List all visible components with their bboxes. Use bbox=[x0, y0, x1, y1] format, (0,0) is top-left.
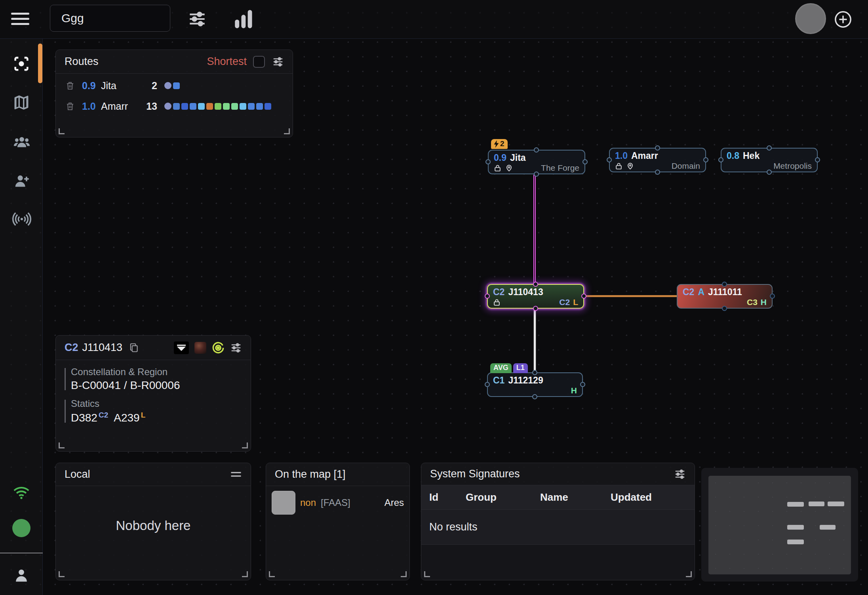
pilot-row[interactable]: non [FAAS] Ares bbox=[266, 486, 409, 515]
node-handle[interactable] bbox=[534, 147, 539, 153]
shortest-toggle-label[interactable]: Shortest bbox=[207, 55, 247, 68]
broadcast-icon[interactable] bbox=[12, 210, 30, 228]
copy-icon[interactable] bbox=[129, 342, 139, 353]
system-name: J110413 bbox=[82, 341, 123, 354]
column-name[interactable]: Name bbox=[540, 491, 611, 503]
connection-j110413-j112129[interactable] bbox=[534, 309, 536, 372]
node-handle[interactable] bbox=[655, 170, 660, 175]
routes-settings-icon[interactable] bbox=[272, 56, 284, 68]
statics-section: Statics D382C2A239L bbox=[65, 398, 251, 424]
node-handle[interactable] bbox=[485, 159, 491, 164]
column-group[interactable]: Group bbox=[466, 491, 540, 503]
system-settings-icon[interactable] bbox=[230, 342, 242, 354]
node-handle[interactable] bbox=[533, 282, 538, 287]
map-node-amarr[interactable]: 1.0Amarr Domain bbox=[609, 148, 706, 172]
map-node-j112129[interactable]: C1J112129 H bbox=[487, 372, 583, 397]
signatures-header-row: Id Group Name Updated bbox=[421, 485, 695, 510]
add-icon[interactable] bbox=[834, 10, 852, 29]
activity-chart-icon[interactable] bbox=[232, 6, 255, 31]
node-handle[interactable] bbox=[581, 294, 586, 299]
node-handle[interactable] bbox=[722, 282, 727, 287]
route-jump-dots bbox=[164, 103, 283, 110]
route-jump-square bbox=[223, 103, 230, 110]
collapse-icon[interactable] bbox=[174, 341, 189, 354]
map-filters-icon[interactable] bbox=[186, 8, 208, 30]
route-jump-square bbox=[248, 103, 255, 110]
signatures-panel: System Signatures Id Group Name Updated … bbox=[421, 463, 695, 580]
map-icon[interactable] bbox=[12, 93, 30, 112]
shortest-checkbox[interactable] bbox=[253, 56, 265, 68]
node-handle[interactable] bbox=[767, 170, 772, 175]
minimap-viewport[interactable] bbox=[708, 476, 851, 574]
map-node-hek[interactable]: 0.8Hek Metropolis bbox=[721, 148, 818, 172]
system-info-panel: C2 J110413 Constellation & Region B-C000… bbox=[55, 335, 251, 452]
node-handle[interactable] bbox=[703, 157, 708, 162]
pilot-name: non bbox=[300, 497, 316, 508]
node-handle[interactable] bbox=[722, 306, 727, 311]
local-menu-icon[interactable] bbox=[230, 470, 242, 479]
node-badges: AVG L1 bbox=[490, 363, 528, 373]
sidebar-divider bbox=[0, 553, 43, 553]
node-handle[interactable] bbox=[485, 382, 490, 387]
route-jump-square bbox=[231, 103, 238, 110]
signatures-settings-icon[interactable] bbox=[674, 468, 686, 480]
node-handle[interactable] bbox=[580, 382, 585, 387]
l1-badge: L1 bbox=[513, 363, 528, 373]
minimap-node-dash bbox=[809, 502, 824, 506]
route-jump-count: 13 bbox=[146, 101, 157, 112]
kills-badge: 2 bbox=[491, 139, 508, 149]
minimap-node-dash bbox=[820, 525, 836, 530]
pin-icon bbox=[505, 164, 513, 172]
user-avatar[interactable] bbox=[795, 3, 826, 34]
node-handle[interactable] bbox=[485, 294, 490, 299]
map-node-jita[interactable]: 0.9Jita The Forge bbox=[488, 150, 585, 174]
node-handle[interactable] bbox=[532, 370, 537, 375]
node-handle[interactable] bbox=[533, 306, 538, 311]
user-plus-icon[interactable] bbox=[12, 172, 30, 190]
map-node-j111011[interactable]: C2AJ111011 C3H bbox=[677, 284, 773, 309]
node-handle[interactable] bbox=[582, 159, 588, 164]
system-thumbnail[interactable] bbox=[194, 342, 206, 354]
security-label: 1.0 bbox=[615, 151, 628, 161]
node-handle[interactable] bbox=[767, 145, 772, 151]
route-row[interactable]: 1.0 Amarr 13 bbox=[56, 97, 293, 115]
users-icon[interactable] bbox=[12, 133, 30, 151]
node-handle[interactable] bbox=[534, 172, 539, 177]
minimap[interactable] bbox=[701, 468, 858, 582]
menu-icon[interactable] bbox=[11, 13, 29, 26]
lock-icon bbox=[494, 164, 501, 172]
profile-icon[interactable] bbox=[12, 566, 30, 585]
connection-j110413-j111011[interactable] bbox=[584, 295, 678, 297]
static-class: C3 bbox=[747, 298, 758, 307]
route-jump-square bbox=[240, 103, 246, 110]
static-sec: H bbox=[761, 298, 767, 307]
class-label: C1 bbox=[493, 375, 504, 385]
node-handle[interactable] bbox=[532, 394, 537, 399]
node-handle[interactable] bbox=[607, 157, 612, 162]
system-name: J110413 bbox=[508, 287, 543, 297]
region-label: Domain bbox=[672, 161, 700, 171]
column-updated[interactable]: Updated bbox=[611, 491, 695, 503]
system-name: Hek bbox=[743, 151, 760, 161]
node-handle[interactable] bbox=[718, 157, 723, 162]
system-name: Amarr bbox=[631, 151, 658, 161]
target-icon[interactable] bbox=[212, 341, 225, 354]
constellation-section: Constellation & Region B-C00041 / B-R000… bbox=[65, 366, 251, 392]
route-destination: Amarr bbox=[101, 101, 128, 112]
local-title: Local bbox=[65, 468, 90, 481]
node-handle[interactable] bbox=[815, 157, 820, 162]
connection-jita-j110413[interactable] bbox=[533, 175, 536, 284]
map-name-input[interactable] bbox=[50, 5, 170, 32]
route-row[interactable]: 0.9 Jita 2 bbox=[56, 77, 293, 94]
left-sidebar bbox=[0, 39, 43, 595]
avg-badge: AVG bbox=[490, 363, 512, 373]
delete-route-icon[interactable] bbox=[65, 101, 75, 111]
map-node-j110413[interactable]: C2J110413 C2L bbox=[487, 284, 584, 309]
route-jump-square bbox=[181, 103, 188, 110]
node-handle[interactable] bbox=[655, 145, 660, 151]
focus-icon[interactable] bbox=[12, 55, 30, 73]
node-handle[interactable] bbox=[770, 294, 775, 299]
column-id[interactable]: Id bbox=[429, 491, 466, 503]
route-start-dot bbox=[164, 103, 171, 110]
delete-route-icon[interactable] bbox=[65, 80, 75, 91]
